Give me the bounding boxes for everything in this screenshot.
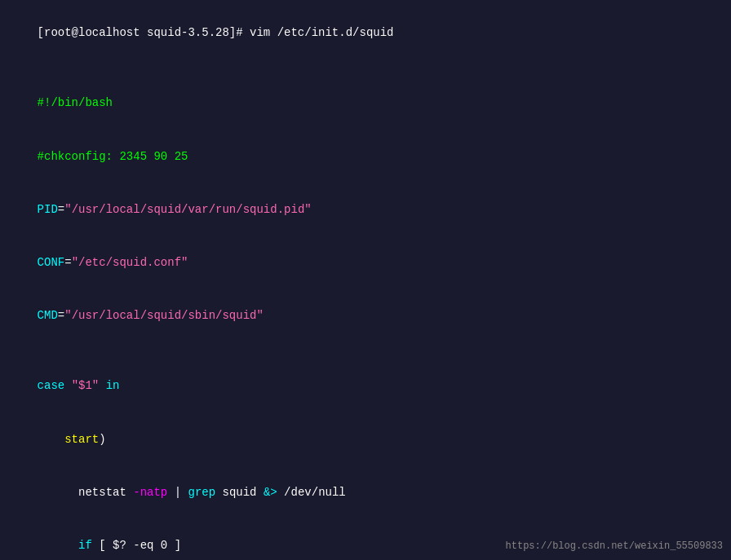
if1-keyword: if [78,539,92,552]
shebang: #!/bin/bash [38,96,113,109]
cmd-eq: = [58,309,64,322]
netstat1-indent [38,486,78,499]
terminal-window: [root@localhost squid-3.5.28]# vim /etc/… [0,0,731,560]
line-start: start) [10,413,721,466]
conf-eq: = [64,256,71,269]
if1-indent [38,539,78,552]
netstat1-devnull: /dev/null [277,486,346,499]
start-paren: ) [99,433,105,446]
netstat1-flag: -natp [133,486,167,499]
start-label: start [64,433,99,446]
if1-content: [ $? -eq 0 ] [92,539,181,552]
line-chkconfig: #chkconfig: 2345 90 25 [10,130,721,183]
case-var: "$1" [72,379,100,392]
line-blank1 [10,60,721,77]
netstat1-redir: &> [264,486,277,499]
line-netstat1: netstat -natp | grep squid &> /dev/null [10,466,721,519]
conf-var: CONF [38,256,65,269]
line-conf: CONF="/etc/squid.conf" [10,236,721,289]
pid-val: "/usr/local/squid/var/run/squid.pid" [64,203,311,216]
line-blank2 [10,342,721,360]
conf-val: "/etc/squid.conf" [72,256,188,269]
netstat1-grep: grep [188,486,215,499]
line-if1: if [ $? -eq 0 ] [10,519,721,560]
pid-eq: = [58,203,64,216]
netstat1-squid: squid [215,486,264,499]
in-keyword: in [106,379,120,392]
netstat1-sp1 [126,486,133,499]
start-indent [38,433,65,446]
line-shebang: #!/bin/bash [10,77,721,130]
case-keyword: case [38,379,65,392]
case-space [99,379,105,392]
prompt-text: [root@localhost squid-3.5.28]# vim /etc/… [38,26,394,39]
line-pid: PID="/usr/local/squid/var/run/squid.pid" [10,183,721,236]
case-arg [64,379,71,392]
cmd-val: "/usr/local/squid/sbin/squid" [64,309,264,322]
line-cmd1: [root@localhost squid-3.5.28]# vim /etc/… [10,7,721,60]
line-case: case "$1" in [10,360,721,413]
cmd-var: CMD [38,309,58,322]
pid-var: PID [38,203,58,216]
netstat1-cmd: netstat [78,486,126,499]
netstat1-sp2: | [167,486,188,499]
url-watermark: https://blog.csdn.net/weixin_55509833 [506,540,723,552]
chkconfig: #chkconfig: 2345 90 25 [38,150,188,163]
line-cmd-var: CMD="/usr/local/squid/sbin/squid" [10,289,721,342]
